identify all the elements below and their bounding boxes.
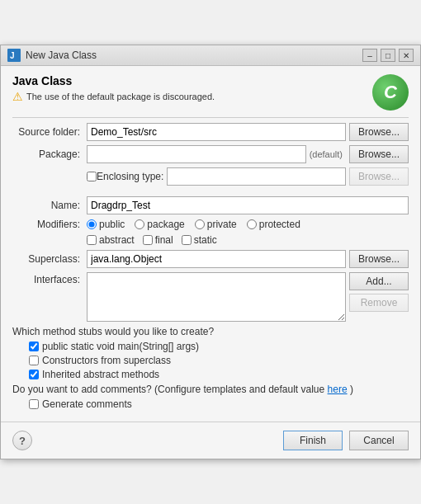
maximize-button[interactable]: □ xyxy=(381,49,395,62)
warning-text: The use of the default package is discou… xyxy=(26,92,215,101)
final-checkbox[interactable] xyxy=(143,235,153,245)
warning-row: ⚠ The use of the default package is disc… xyxy=(12,91,372,102)
stub-main: public static void main(String[] args) xyxy=(12,341,409,352)
enclosing-type-row: Enclosing type: Browse... xyxy=(12,167,409,186)
interfaces-add-button[interactable]: Add... xyxy=(349,272,409,290)
source-folder-browse-button[interactable]: Browse... xyxy=(349,123,409,141)
comments-question-end: ) xyxy=(350,384,353,395)
footer-section: ? Finish Cancel xyxy=(1,422,420,459)
title-bar-controls: – □ ✕ xyxy=(362,49,414,62)
help-button[interactable]: ? xyxy=(12,431,32,450)
radio-public-label: public xyxy=(99,219,125,230)
new-java-class-dialog: J New Java Class – □ ✕ Java Class ⚠ The … xyxy=(0,45,421,459)
superclass-row: Superclass: Browse... xyxy=(12,250,409,268)
stub-inherited-label: Inherited abstract methods xyxy=(42,369,159,380)
comments-here-link[interactable]: here xyxy=(328,384,348,395)
enclosing-type-label: Enclosing type: xyxy=(97,171,163,182)
close-button[interactable]: ✕ xyxy=(399,49,414,62)
gap1 xyxy=(12,190,409,196)
footer-buttons: Finish Cancel xyxy=(283,431,409,450)
static-checkbox[interactable] xyxy=(182,235,192,245)
superclass-input[interactable] xyxy=(87,250,346,268)
stub-constructors-checkbox[interactable] xyxy=(29,356,39,365)
window-icon: J xyxy=(7,49,21,62)
comments-section: Do you want to add comments? (Configure … xyxy=(12,384,409,410)
radio-package-label: package xyxy=(147,219,184,230)
radio-package: package xyxy=(135,219,184,230)
comments-question-text: Do you want to add comments? (Configure … xyxy=(12,384,324,395)
stub-constructors-label: Constructors from superclass xyxy=(42,355,171,366)
warning-icon: ⚠ xyxy=(12,91,23,102)
radio-protected-label: protected xyxy=(259,219,300,230)
package-browse-button[interactable]: Browse... xyxy=(349,145,409,163)
interfaces-buttons: Add... Remove xyxy=(349,272,409,312)
stub-inherited-checkbox[interactable] xyxy=(29,370,39,379)
radio-package-input[interactable] xyxy=(135,219,144,229)
comments-question-row: Do you want to add comments? (Configure … xyxy=(12,384,409,395)
package-input[interactable] xyxy=(87,145,306,163)
source-folder-input[interactable] xyxy=(87,123,346,141)
source-folder-row: Source folder: Browse... xyxy=(12,123,409,141)
generate-comments-label: Generate comments xyxy=(42,398,132,410)
finish-button[interactable]: Finish xyxy=(283,431,343,450)
radio-public-input[interactable] xyxy=(87,219,97,229)
superclass-browse-button[interactable]: Browse... xyxy=(349,250,409,268)
radio-private-label: private xyxy=(207,219,237,230)
title-bar-left: J New Java Class xyxy=(7,49,97,62)
superclass-label: Superclass: xyxy=(12,253,87,265)
cancel-button[interactable]: Cancel xyxy=(349,431,409,450)
header-divider xyxy=(12,117,409,118)
minimize-button[interactable]: – xyxy=(362,49,377,62)
package-label: Package: xyxy=(12,148,87,160)
dialog-title: Java Class xyxy=(12,74,372,87)
name-label: Name: xyxy=(12,200,87,211)
cb-abstract: abstract xyxy=(87,234,135,246)
generate-comments-checkbox[interactable] xyxy=(29,399,39,409)
interfaces-section: Interfaces: Add... Remove xyxy=(12,272,409,322)
final-label: final xyxy=(155,234,173,246)
radio-private-input[interactable] xyxy=(195,219,205,229)
enclosing-type-checkbox[interactable] xyxy=(87,172,97,181)
stubs-question: Which method stubs would you like to cre… xyxy=(12,326,409,337)
modifiers-row1: Modifiers: public package private protec… xyxy=(12,219,409,230)
name-input[interactable] xyxy=(87,196,409,214)
title-bar-title: New Java Class xyxy=(26,49,97,61)
dialog-content: Java Class ⚠ The use of the default pack… xyxy=(1,66,420,422)
abstract-label: abstract xyxy=(99,234,135,246)
header-left: Java Class ⚠ The use of the default pack… xyxy=(12,74,372,102)
modifiers-label: Modifiers: xyxy=(12,219,87,230)
generate-comments-row: Generate comments xyxy=(12,398,409,410)
static-label: static xyxy=(194,234,217,246)
header-section: Java Class ⚠ The use of the default pack… xyxy=(12,74,409,111)
abstract-checkbox[interactable] xyxy=(87,235,97,245)
package-row: Package: (default) Browse... xyxy=(12,145,409,163)
interfaces-list[interactable] xyxy=(87,272,346,322)
source-folder-label: Source folder: xyxy=(12,126,87,138)
svg-text:J: J xyxy=(10,51,15,60)
modifier-checkboxes: abstract final static xyxy=(87,234,217,246)
radio-private: private xyxy=(195,219,237,230)
stub-constructors: Constructors from superclass xyxy=(12,355,409,366)
stub-inherited: Inherited abstract methods xyxy=(12,369,409,380)
stubs-section: Which method stubs would you like to cre… xyxy=(12,326,409,380)
radio-protected-input[interactable] xyxy=(247,219,257,229)
cb-final: final xyxy=(143,234,173,246)
cb-static: static xyxy=(182,234,217,246)
radio-public: public xyxy=(87,219,125,230)
name-row: Name: xyxy=(12,196,409,214)
radio-protected: protected xyxy=(247,219,300,230)
enclosing-type-browse-button: Browse... xyxy=(349,167,409,186)
enclosing-type-input[interactable] xyxy=(167,167,346,186)
stub-main-label: public static void main(String[] args) xyxy=(42,341,199,352)
package-default-hint: (default) xyxy=(306,149,346,159)
title-bar: J New Java Class – □ ✕ xyxy=(1,45,420,66)
interfaces-label: Interfaces: xyxy=(12,272,87,285)
interfaces-remove-button: Remove xyxy=(349,294,409,312)
stub-main-checkbox[interactable] xyxy=(29,341,39,351)
modifiers-radio-group: public package private protected xyxy=(87,219,300,230)
eclipse-logo: C xyxy=(372,74,409,111)
modifiers-row2: abstract final static xyxy=(12,234,409,246)
